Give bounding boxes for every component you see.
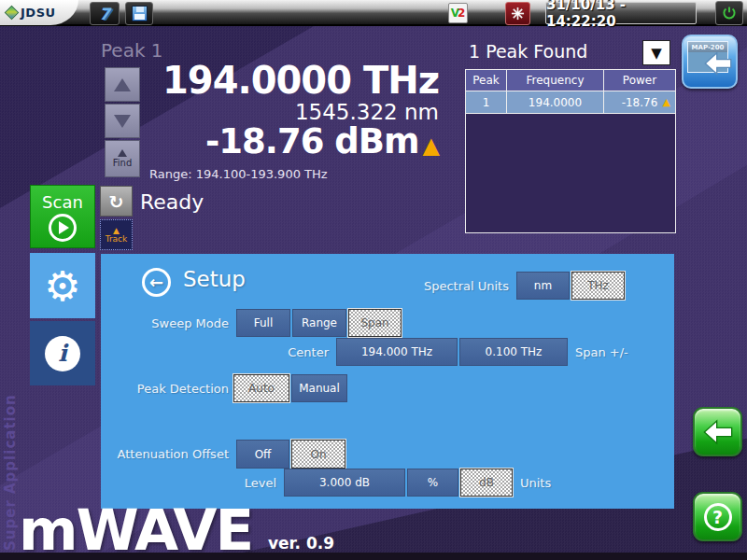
peak-up-button[interactable] xyxy=(105,67,140,102)
instrument-screen: JDSU 7 V 2 31/10/13 - 14:22:20 xyxy=(0,0,747,560)
tools-icon: 7 xyxy=(99,5,110,23)
warning-icon: ▲ xyxy=(663,96,670,108)
save-icon xyxy=(132,6,148,21)
laser-star-icon xyxy=(511,7,525,21)
back-nav-button[interactable] xyxy=(693,407,742,456)
app-logo-text: mWAVE xyxy=(19,497,252,560)
sweep-mode-span-button[interactable]: Span xyxy=(348,309,402,337)
sidebar-item-setup[interactable]: ⚙ xyxy=(30,253,95,318)
center-value-button[interactable]: 194.000 THz xyxy=(336,338,458,366)
sweep-mode-range-button[interactable]: Range xyxy=(292,309,346,337)
attenuation-off-button[interactable]: Off xyxy=(236,440,289,469)
track-button[interactable]: ▲ Track xyxy=(100,219,133,250)
bottom-strip xyxy=(0,553,747,560)
attenuation-offset-label: Attenuation Offset xyxy=(56,447,229,461)
cell-frequency: 194.0000 xyxy=(507,91,604,114)
cell-peak: 1 xyxy=(466,91,507,114)
scan-play-icon xyxy=(49,214,77,242)
back-button[interactable]: ← xyxy=(142,268,171,297)
left-arrow-icon xyxy=(704,51,732,76)
peak-list-dropdown-button[interactable]: ▼ xyxy=(642,40,670,65)
power-value: -18.76 dBm xyxy=(205,121,419,161)
level-db-button[interactable]: dB xyxy=(460,469,513,497)
save-button[interactable] xyxy=(125,2,153,25)
spectral-units-thz-button[interactable]: THz xyxy=(571,272,625,300)
find-button[interactable]: Find xyxy=(105,140,140,177)
peak-detection-auto-button[interactable]: Auto xyxy=(233,374,289,402)
power-button[interactable] xyxy=(715,1,743,25)
laser-indicator[interactable] xyxy=(505,2,530,25)
col-header-frequency: Frequency xyxy=(507,70,604,91)
app-version: ver. 0.9 xyxy=(268,534,334,553)
level-value-button[interactable]: 3.000 dB xyxy=(284,469,405,497)
center-label: Center xyxy=(175,345,329,359)
tagline-vertical-text: Super Application xyxy=(2,385,19,551)
jdsu-diamond-icon xyxy=(5,6,20,21)
level-percent-button[interactable]: % xyxy=(407,469,458,497)
col-header-power: Power xyxy=(604,70,675,91)
track-label: Track xyxy=(106,234,128,244)
repeat-icon: ↻ xyxy=(109,191,124,212)
sidebar-item-info[interactable]: i xyxy=(30,321,95,385)
status-text: Ready xyxy=(140,190,204,214)
jdsu-logo-text: JDSU xyxy=(21,6,56,20)
units-label: Units xyxy=(520,476,551,490)
span-label: Span +/- xyxy=(575,345,628,359)
peak-found-title: 1 Peak Found xyxy=(469,41,587,62)
peak-title: Peak 1 xyxy=(101,39,163,62)
setup-title: Setup xyxy=(183,267,246,291)
back-arrow-icon xyxy=(703,419,733,445)
peak-readout: 194.0000 THz 1545.322 nm -18.76 dBm▲ xyxy=(159,62,439,160)
find-icon xyxy=(118,149,127,157)
frequency-value: 194.0000 THz xyxy=(159,62,439,101)
vnc-button[interactable]: V 2 xyxy=(448,3,468,23)
scan-button[interactable]: Scan xyxy=(30,185,95,248)
table-header-row: Peak Frequency Power xyxy=(466,70,675,91)
level-label: Level xyxy=(122,476,276,490)
info-icon: i xyxy=(45,336,80,371)
table-row[interactable]: 1 194.0000 -18.76 ▲ xyxy=(466,91,675,114)
dropdown-icon: ▼ xyxy=(651,45,662,62)
attenuation-on-button[interactable]: On xyxy=(291,440,345,469)
peak-detection-manual-button[interactable]: Manual xyxy=(291,374,347,402)
up-arrow-icon xyxy=(114,78,131,91)
col-header-peak: Peak xyxy=(466,70,507,91)
help-button[interactable]: ? xyxy=(693,492,742,541)
spectral-units-nm-button[interactable]: nm xyxy=(516,272,570,300)
sweep-mode-full-button[interactable]: Full xyxy=(236,309,290,337)
peak-down-button[interactable] xyxy=(105,104,140,138)
sweep-mode-label: Sweep Mode xyxy=(75,316,229,330)
repeat-button[interactable]: ↻ xyxy=(100,186,133,217)
range-label: Range: 194.100-193.900 THz xyxy=(149,167,328,181)
title-bar: JDSU 7 V 2 31/10/13 - 14:22:20 xyxy=(0,0,747,26)
jdsu-logo: JDSU xyxy=(0,0,78,25)
scan-label: Scan xyxy=(42,192,83,212)
find-label: Find xyxy=(113,158,133,168)
cell-power: -18.76 ▲ xyxy=(604,91,675,114)
span-value-button[interactable]: 0.100 THz xyxy=(459,338,568,366)
peak-detection-label: Peak Detection xyxy=(75,382,229,396)
datetime-display: 31/10/13 - 14:22:20 xyxy=(545,2,697,24)
track-arrow-icon: ▲ xyxy=(113,227,120,234)
gear-icon: ⚙ xyxy=(44,262,80,310)
help-icon: ? xyxy=(704,503,732,531)
peak-table: Peak Frequency Power 1 194.0000 -18.76 ▲ xyxy=(465,69,676,233)
map200-button[interactable]: MAP-200 xyxy=(682,35,738,89)
power-icon xyxy=(722,6,737,21)
warning-icon: ▲ xyxy=(423,133,439,159)
down-arrow-icon xyxy=(114,115,131,128)
tools-button[interactable]: 7 xyxy=(90,2,120,25)
back-icon: ← xyxy=(149,273,163,292)
spectral-units-label: Spectral Units xyxy=(355,279,509,293)
